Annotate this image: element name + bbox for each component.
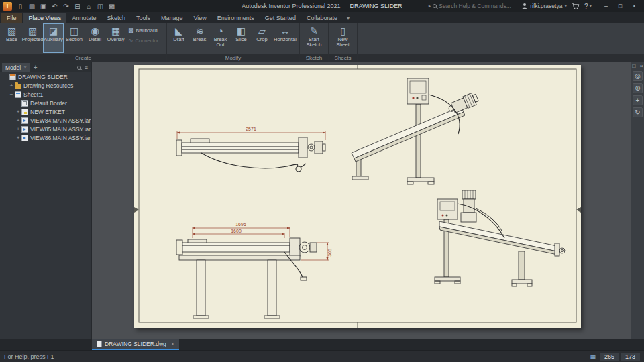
new-sheet-button[interactable]: ▯ New Sheet: [330, 23, 356, 53]
document-tab-close-icon[interactable]: ×: [171, 341, 174, 347]
crop-label: Crop: [256, 37, 267, 42]
undo-icon[interactable]: ↶: [50, 1, 60, 11]
drawing-view-iso-top[interactable]: [352, 78, 480, 184]
detail-button[interactable]: ◉ Detail: [85, 23, 105, 53]
document-title: DRAWING SLIDER: [350, 3, 402, 9]
sheets-group-label[interactable]: Sheets: [329, 54, 357, 62]
dim-text-2571: 2571: [246, 127, 256, 131]
model-tab-label: Model: [5, 64, 21, 71]
horizontal-button[interactable]: ↔ Horizontal: [272, 23, 298, 53]
browser-tab-bar: Model × + ≡: [0, 62, 91, 72]
help-menu[interactable]: ? ▾: [584, 3, 592, 10]
projected-button[interactable]: ▨ Projected: [22, 23, 43, 53]
tree-item-root[interactable]: DRAWING SLIDER: [0, 72, 91, 81]
nailboard-button[interactable]: ▩ Nailboard: [128, 27, 163, 34]
search-box[interactable]: ▸: [429, 1, 517, 11]
overlay-button[interactable]: ▦ Overlay: [105, 23, 126, 53]
zoom-icon[interactable]: ⊕: [633, 83, 643, 93]
document-close-button[interactable]: ×: [639, 63, 644, 69]
auxiliary-label: Auxiliary: [44, 37, 62, 42]
browser-search-icon[interactable]: [77, 66, 81, 70]
browser-menu-icon[interactable]: ≡: [85, 64, 88, 71]
tree-item-view86[interactable]: + VIEW86:MAIN ASSY.iam: [0, 133, 91, 142]
expander-icon[interactable]: +: [15, 135, 21, 141]
ribbon-tab-bar: File Place Views Annotate Sketch Tools M…: [0, 12, 644, 23]
draft-button[interactable]: ◣ Draft: [168, 23, 189, 53]
start-sketch-button[interactable]: ✎ Start Sketch: [301, 23, 327, 53]
model-tab-close-icon[interactable]: ×: [23, 64, 27, 70]
orbit-icon[interactable]: ↻: [633, 107, 643, 117]
tree-item-default-border[interactable]: Default Border: [0, 99, 91, 107]
tab-sketch[interactable]: Sketch: [101, 13, 131, 23]
panel-tab-model[interactable]: Model ×: [2, 63, 30, 72]
tab-manage[interactable]: Manage: [156, 13, 189, 23]
document-tab[interactable]: DRAWING SLIDER.dwg ×: [92, 339, 179, 350]
tab-file[interactable]: File: [1, 13, 22, 23]
tree-item-view84[interactable]: + VIEW84:MAIN ASSY.iam: [0, 116, 91, 125]
inventor-logo-icon[interactable]: I: [3, 2, 12, 11]
tree-item-sheet-1[interactable]: − Sheet:1: [0, 90, 91, 99]
slice-button[interactable]: ◧ Slice: [231, 23, 252, 53]
grid-snap-icon[interactable]: ▦: [590, 353, 596, 360]
expander-icon[interactable]: +: [15, 117, 21, 123]
minimize-button[interactable]: –: [599, 1, 613, 11]
crop-button[interactable]: ▱ Crop: [252, 23, 272, 53]
tab-collaborate[interactable]: Collaborate: [301, 13, 343, 23]
tab-environments[interactable]: Environments: [212, 13, 260, 23]
pan-icon[interactable]: +: [633, 95, 643, 105]
expander-icon[interactable]: +: [15, 109, 21, 115]
maximize-button[interactable]: □: [613, 1, 627, 11]
tree-item-label: NEW ETIKET: [30, 109, 65, 115]
close-button[interactable]: ×: [627, 1, 641, 11]
search-expand-icon[interactable]: ▸: [429, 3, 431, 9]
break-button[interactable]: ≋ Break: [189, 23, 210, 53]
base-button[interactable]: ▧ Base: [1, 23, 22, 53]
home-icon[interactable]: ⌂: [84, 1, 94, 11]
expander-icon[interactable]: +: [8, 82, 15, 88]
tab-get-started[interactable]: Get Started: [260, 13, 301, 23]
tab-annotate[interactable]: Annotate: [66, 13, 101, 23]
print-icon[interactable]: ⊟: [72, 1, 83, 11]
open-file-icon[interactable]: ▤: [27, 1, 37, 11]
tree-item-view85[interactable]: + VIEW85:MAIN ASSY.iam: [0, 125, 91, 133]
drawing-view-icon: [21, 117, 28, 124]
drawing-view-top-left[interactable]: 2571: [176, 127, 325, 172]
document-restore-button[interactable]: □: [631, 63, 637, 69]
expander-icon[interactable]: −: [8, 91, 15, 97]
drawing-view-bottom-left[interactable]: 1695 1600 305: [176, 222, 332, 318]
navigation-wheel-icon[interactable]: ◎: [633, 71, 643, 81]
cart-icon[interactable]: [572, 3, 580, 10]
start-sketch-icon: ✎: [310, 26, 318, 36]
section-button[interactable]: ◫ Section: [64, 23, 85, 53]
save-icon[interactable]: ▣: [38, 1, 48, 11]
user-menu[interactable]: rifki.prasetya ▾: [521, 3, 567, 9]
new-file-icon[interactable]: ▯: [15, 1, 25, 11]
sketch-group-label[interactable]: Sketch: [300, 54, 328, 62]
horizontal-icon: ↔: [280, 26, 290, 36]
tab-tools[interactable]: Tools: [131, 13, 156, 23]
modify-group-label[interactable]: Modify: [167, 54, 299, 62]
dim-text-1695: 1695: [235, 222, 246, 227]
tree-item-drawing-resources[interactable]: + Drawing Resources: [0, 81, 91, 90]
drawing-view-iso-bottom[interactable]: [435, 190, 565, 286]
materials-icon[interactable]: ◫: [95, 1, 105, 11]
ribbon-empty-area: [358, 23, 644, 62]
search-input[interactable]: [439, 3, 517, 9]
drawing-canvas[interactable]: 2571: [92, 62, 644, 339]
add-panel-tab-button[interactable]: +: [32, 64, 39, 71]
connector-button[interactable]: ∿ Connector: [128, 37, 163, 44]
drawing-sheet[interactable]: 2571: [134, 65, 581, 328]
break-out-button[interactable]: ◔ Break Out: [210, 23, 231, 53]
tab-view[interactable]: View: [188, 13, 211, 23]
tab-place-views[interactable]: Place Views: [23, 13, 67, 23]
create-group-label[interactable]: Create: [0, 54, 166, 62]
auxiliary-button[interactable]: ◪ Auxiliary: [43, 23, 64, 53]
redo-icon[interactable]: ↷: [61, 1, 71, 11]
dimension-inner-length[interactable]: 1600: [193, 229, 284, 239]
appearance-icon[interactable]: ▩: [107, 1, 117, 11]
folder-icon: [15, 84, 21, 89]
create-small-buttons: ▩ Nailboard ∿ Connector: [126, 23, 165, 53]
expander-icon[interactable]: +: [15, 126, 21, 132]
ribbon-options-button[interactable]: ▾: [343, 14, 354, 23]
tree-item-new-etiket[interactable]: + NEW ETIKET: [0, 107, 91, 116]
